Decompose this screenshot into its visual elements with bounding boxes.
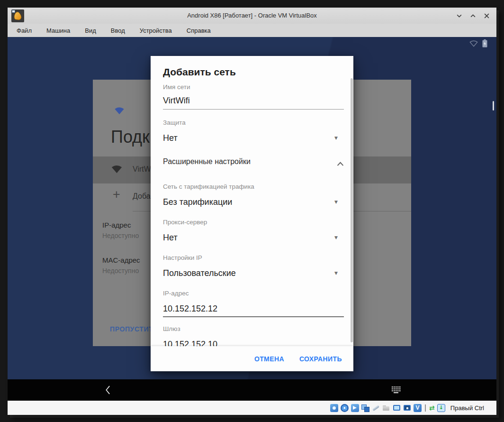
security-select[interactable]: Нет ▼: [163, 133, 344, 146]
advanced-settings-toggle[interactable]: Расширенные настройки: [163, 157, 344, 169]
dialog-scrollbar[interactable]: [351, 78, 353, 342]
wifi-header-icon: [114, 106, 125, 117]
recording-icon[interactable]: [403, 404, 411, 412]
proxy-field-label: Прокси-сервер: [163, 219, 344, 226]
ip-address-label: IP-адрес: [102, 221, 131, 229]
keyboard-icon[interactable]: [391, 386, 401, 395]
window-title: Android X86 [Работает] - Oracle VM Virtu…: [8, 8, 496, 24]
dialog-button-bar: ОТМЕНА СОХРАНИТЬ: [151, 346, 353, 371]
proxy-select[interactable]: Нет ▼: [163, 233, 344, 245]
shared-folders-icon[interactable]: [382, 404, 390, 412]
add-network-dialog: Добавить сеть Имя сети VirtWifi Защита Н…: [151, 56, 353, 371]
virtualbox-window: Android X86 [Работает] - Oracle VM Virtu…: [8, 8, 496, 415]
dropdown-arrow-icon: ▼: [334, 235, 338, 240]
menu-file[interactable]: Файл: [14, 26, 34, 35]
vm-features-icon[interactable]: V: [414, 404, 422, 412]
dropdown-arrow-icon: ▼: [334, 136, 338, 140]
menu-bar: Файл Машина Вид Ввод Устройства Справка: [8, 24, 496, 37]
ip-address-field-label: IP-адрес: [163, 290, 344, 297]
screen-scroll-indicator: [493, 101, 494, 110]
advanced-settings-label: Расширенные настройки: [163, 157, 251, 165]
metered-select[interactable]: Без тарификации ▼: [163, 197, 344, 210]
mouse-integration-icon[interactable]: ⇄: [429, 404, 435, 412]
dialog-title: Добавить сеть: [163, 66, 236, 78]
ip-settings-select[interactable]: Пользовательские ▼: [163, 268, 344, 281]
ip-settings-field-label: Настройки IP: [163, 254, 344, 261]
network-name-input-value: VirtWifi: [163, 96, 190, 105]
maximize-button[interactable]: [469, 12, 476, 19]
usb-devices-icon[interactable]: [372, 404, 380, 412]
network-name-label: VirtW: [133, 165, 151, 174]
network-name-input[interactable]: VirtWifi: [163, 96, 344, 108]
gateway-field-label: Шлюз: [163, 325, 344, 332]
screenshot-root: Android X86 [Работает] - Oracle VM Virtu…: [0, 0, 504, 422]
vbox-status-bar: V ⇄ ↓ Правый Ctrl: [8, 401, 496, 415]
host-key-label: Правый Ctrl: [450, 404, 484, 412]
input-underline: [163, 316, 344, 317]
window-controls: [456, 8, 490, 24]
mac-address-label: MAC-адрес: [102, 256, 140, 264]
menu-devices[interactable]: Устройства: [137, 26, 174, 35]
wifi-empty-icon: [469, 39, 478, 47]
chevron-up-icon: [337, 160, 344, 168]
mac-address-value: Недоступно: [102, 267, 139, 275]
plus-icon: +: [113, 187, 120, 202]
ip-address-input[interactable]: 10.152.152.12: [163, 304, 344, 316]
setup-screen-title: Подк: [111, 127, 150, 147]
android-nav-bar: [8, 379, 496, 401]
metered-field-label: Сеть с тарификацией трафика: [163, 183, 344, 190]
ip-address-value: Недоступно: [102, 232, 139, 239]
dropdown-arrow-icon: ▼: [334, 271, 338, 275]
window-titlebar[interactable]: Android X86 [Работает] - Oracle VM Virtu…: [8, 8, 496, 24]
vm-guest-screen: Подк VirtW + Доба IP-адрес Недоступно: [8, 37, 496, 401]
display-icon[interactable]: [393, 404, 401, 412]
optical-drives-icon[interactable]: [341, 404, 349, 412]
metered-select-value: Без тарификации: [163, 197, 232, 207]
ip-address-input-value: 10.152.152.12: [163, 304, 217, 313]
hard-disks-icon[interactable]: [330, 404, 338, 412]
status-separator: [425, 404, 426, 412]
security-select-value: Нет: [163, 133, 178, 143]
network-adapters-icon[interactable]: [361, 404, 369, 412]
network-name-field-label: Имя сети: [163, 83, 344, 91]
proxy-select-value: Нет: [163, 233, 178, 242]
cancel-button[interactable]: ОТМЕНА: [254, 355, 284, 363]
security-field-label: Защита: [163, 119, 344, 126]
add-network-label: Доба: [133, 192, 151, 201]
ip-settings-select-value: Пользовательские: [163, 268, 236, 278]
dropdown-arrow-icon: ▼: [334, 200, 338, 204]
menu-machine[interactable]: Машина: [44, 26, 72, 35]
host-key-state-icon[interactable]: ↓: [437, 404, 445, 412]
menu-view[interactable]: Вид: [82, 26, 99, 35]
save-button[interactable]: СОХРАНИТЬ: [299, 355, 342, 363]
back-icon[interactable]: [105, 385, 111, 397]
input-underline: [163, 109, 344, 110]
android-status-bar: [469, 39, 487, 47]
skip-button[interactable]: ПРОПУСТИТ: [110, 325, 153, 333]
menu-input[interactable]: Ввод: [108, 26, 127, 35]
wifi-network-icon: [110, 164, 123, 175]
menu-help[interactable]: Справка: [184, 26, 213, 35]
close-button[interactable]: [483, 12, 490, 19]
minimize-button[interactable]: [456, 12, 462, 19]
audio-icon[interactable]: [351, 404, 359, 412]
battery-charging-icon: [482, 39, 487, 47]
